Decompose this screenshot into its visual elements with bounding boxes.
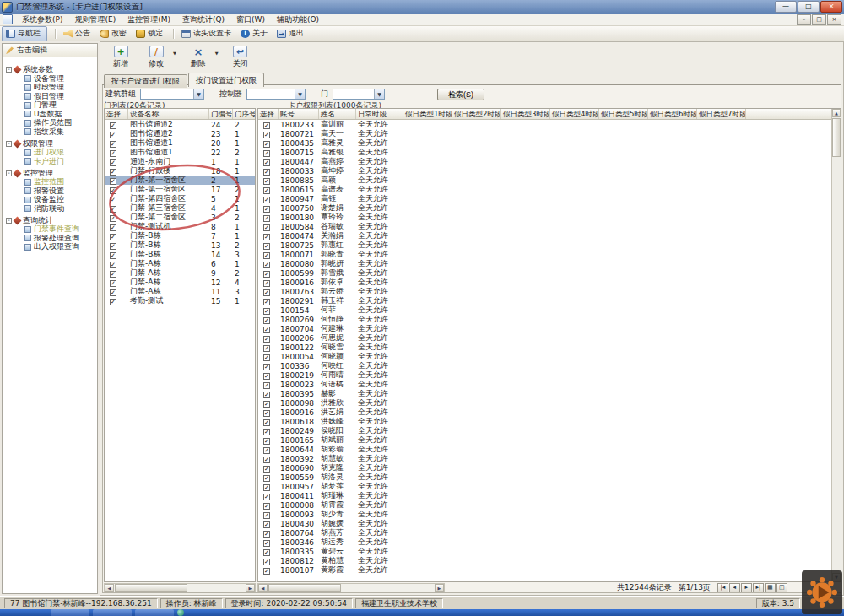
row-checkbox[interactable]: ✓ [110,299,116,305]
scroll-up-icon[interactable]: ▲ [832,109,841,117]
row-checkbox[interactable]: ✓ [263,122,270,129]
card-column-header-3[interactable]: 日常时段 [356,109,403,119]
card-horizontal-scrollbar[interactable]: ◀ ▶ [257,583,445,592]
row-checkbox[interactable]: ✓ [263,540,270,547]
toolbar-button-navigator[interactable]: 导航栏 [2,26,47,41]
row-checkbox[interactable]: ✓ [263,466,270,473]
row-checkbox[interactable]: ✓ [263,132,270,138]
row-checkbox[interactable]: ✓ [110,252,116,259]
row-checkbox[interactable]: ✓ [110,262,116,268]
door-column-header-2[interactable]: 门编号 [209,109,233,119]
row-checkbox[interactable]: ✓ [110,159,116,166]
row-checkbox[interactable]: ✓ [263,271,270,278]
door-column-header-0[interactable]: 选择 [105,109,128,119]
scrollbar-thumb[interactable] [268,584,341,592]
toolbar-button-about[interactable]: i关于 [237,27,273,41]
door-row[interactable]: ✓考勤-测试151 [105,296,255,305]
row-checkbox[interactable]: ✓ [263,410,270,417]
taskbar-item[interactable] [93,609,132,616]
row-checkbox[interactable]: ✓ [263,484,270,491]
row-checkbox[interactable]: ✓ [263,364,270,370]
row-checkbox[interactable]: ✓ [110,132,116,138]
dropdown-caret-icon[interactable]: ▼ [215,51,219,56]
row-checkbox[interactable]: ✓ [263,419,270,426]
row-checkbox[interactable]: ✓ [110,271,116,278]
row-checkbox[interactable]: ✓ [110,234,116,240]
tree-item-fingerprint-collect[interactable]: 指纹采集 [6,127,95,137]
row-checkbox[interactable]: ✓ [263,336,270,343]
scroll-right-icon[interactable]: ▶ [435,584,444,592]
row-checkbox[interactable]: ✓ [263,345,270,352]
row-checkbox[interactable]: ✓ [263,197,270,203]
row-checkbox[interactable]: ✓ [263,262,270,268]
row-checkbox[interactable]: ✓ [263,382,270,389]
taskbar-item[interactable] [51,609,89,616]
row-checkbox[interactable]: ✓ [110,224,116,231]
row-checkbox[interactable]: ✓ [263,512,270,519]
maximize-button[interactable]: □ [798,1,820,13]
row-checkbox[interactable]: ✓ [263,178,270,185]
card-column-header-6[interactable]: 假日类型3时段 [501,109,550,119]
door-column-header-1[interactable]: 设备名称 [128,109,209,119]
menu-window[interactable]: 窗口(W) [230,14,271,25]
card-column-header-0[interactable]: 选择 [258,109,279,119]
row-checkbox[interactable]: ✓ [110,289,116,296]
card-column-header-5[interactable]: 假日类型2时段 [452,109,501,119]
menu-rule-mgmt[interactable]: 规则管理(E) [68,14,122,25]
scroll-left-icon[interactable]: ◀ [105,584,114,592]
row-checkbox[interactable]: ✓ [263,549,270,556]
row-checkbox[interactable]: ✓ [263,308,270,315]
more-pages-button[interactable]: ◫ [776,583,787,592]
card-column-header-10[interactable]: 假日类型7时段 [697,109,746,119]
row-checkbox[interactable]: ✓ [110,178,116,185]
tab-by-card-holder[interactable]: 按卡户设置进门权限 [104,74,187,88]
menu-query-stats[interactable]: 查询统计(Q) [176,14,230,25]
row-checkbox[interactable]: ✓ [263,447,270,454]
row-checkbox[interactable]: ✓ [263,215,270,222]
grid-view-button[interactable]: ▦ [765,583,776,592]
edit-button[interactable]: /修改 [141,44,171,69]
tree-item-card-holder-entry[interactable]: 卡户进门 [6,157,95,166]
row-checkbox[interactable]: ✓ [263,503,270,510]
row-checkbox[interactable]: ✓ [110,215,116,222]
row-checkbox[interactable]: ✓ [110,150,116,157]
row-checkbox[interactable]: ✓ [263,317,270,324]
taskbar-item[interactable] [135,609,174,616]
card-column-header-2[interactable]: 姓名 [319,109,356,119]
row-checkbox[interactable]: ✓ [263,429,270,435]
taskbar-tray-icon[interactable] [177,609,184,616]
toolbar-button-exit[interactable]: →退出 [273,27,310,41]
row-checkbox[interactable]: ✓ [263,234,270,240]
row-checkbox[interactable]: ✓ [263,150,270,157]
last-page-button[interactable]: ▸| [753,583,764,592]
door-select[interactable]: ▼ [333,89,385,100]
menu-assist-functions[interactable]: 辅助功能(O) [271,14,325,25]
row-checkbox[interactable]: ✓ [263,531,270,538]
menu-system-params[interactable]: 系统参数(P) [16,14,68,25]
row-checkbox[interactable]: ✓ [263,494,270,500]
card-column-header-8[interactable]: 假日类型5时段 [599,109,648,119]
collapse-icon[interactable]: - [6,218,12,224]
vertical-scrollbar[interactable]: ▲ ▼ [831,109,841,581]
row-checkbox[interactable]: ✓ [110,243,116,250]
row-checkbox[interactable]: ✓ [263,252,270,259]
card-column-header-7[interactable]: 假日类型4时段 [550,109,599,119]
row-checkbox[interactable]: ✓ [263,299,270,305]
tree-item-fire-linkage[interactable]: 消防联动 [6,204,95,213]
row-checkbox[interactable]: ✓ [263,141,270,148]
row-checkbox[interactable]: ✓ [263,568,270,575]
delete-button[interactable]: ×删除 [183,44,214,69]
row-checkbox[interactable]: ✓ [263,169,270,176]
door-column-header-3[interactable]: 门序号 [233,109,255,119]
building-group-select[interactable]: ▼ [140,89,204,100]
minimize-button[interactable]: — [775,1,797,13]
tab-by-door[interactable]: 按门设置进门权限 [188,73,264,87]
card-column-header-1[interactable]: 账号 [279,109,319,119]
card-column-header-9[interactable]: 假日类型6时段 [648,109,697,119]
scrollbar-thumb[interactable] [115,584,187,592]
row-checkbox[interactable]: ✓ [263,438,270,445]
scroll-left-icon[interactable]: ◀ [258,584,268,592]
toolbar-button-lock[interactable]: 锁定 [133,27,169,41]
next-page-button[interactable]: ▸ [741,583,752,592]
collapse-icon[interactable]: - [6,67,12,73]
